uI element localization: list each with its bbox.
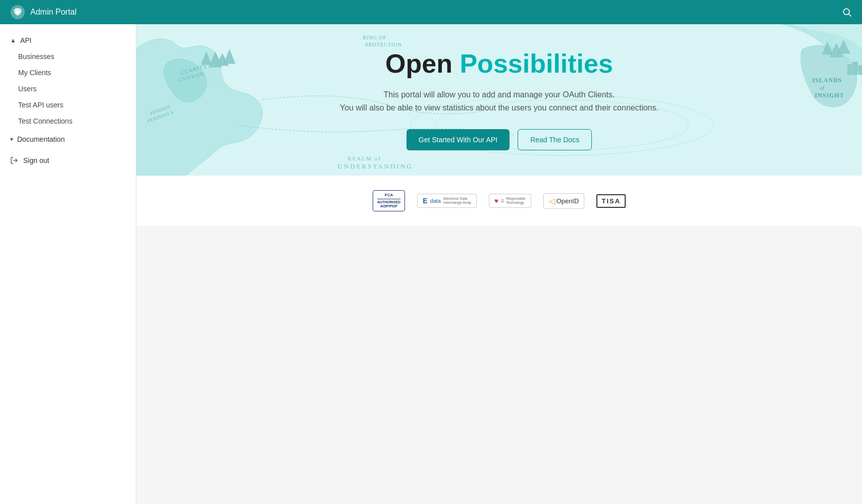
get-started-button[interactable]: Get Started With Our API	[407, 129, 510, 150]
documentation-section: ▾ Documentation	[0, 131, 136, 147]
api-items: Businesses My Clients Users Test API use…	[0, 48, 136, 129]
badge-edata: E data Electronic Data Interchange Body	[417, 191, 477, 211]
sidebar-item-businesses[interactable]: Businesses	[0, 48, 136, 65]
svg-text:ISLANDS: ISLANDS	[813, 77, 842, 84]
hero-title: Open Possibilities	[340, 49, 658, 78]
badge-openid: ◁ OpenID	[543, 191, 585, 211]
api-chevron-icon: ▲	[10, 37, 16, 44]
sidebar-item-test-api-users[interactable]: Test API users	[0, 97, 136, 113]
documentation-section-header[interactable]: ▾ Documentation	[0, 131, 136, 147]
search-icon	[842, 7, 852, 17]
sidebar-item-test-connections[interactable]: Test Connections	[0, 113, 136, 129]
hero-title-open: Open	[385, 49, 452, 78]
signout-label: Sign out	[23, 156, 49, 164]
svg-rect-23	[859, 66, 863, 75]
logo-icon	[10, 5, 25, 20]
hero-banner: CLARITY CANYON PENSION PENINSULA RING OF…	[136, 24, 862, 176]
badge-heart: ♥ ≡ Responsible Technology	[489, 191, 531, 211]
badge-tisa: TISA	[596, 191, 626, 211]
app-title: Admin Portal	[30, 8, 77, 17]
hero-subtitle: This portal will allow you to add and ma…	[340, 88, 658, 114]
top-navigation: Admin Portal	[0, 0, 862, 24]
read-docs-button[interactable]: Read The Docs	[518, 129, 592, 150]
svg-text:INSIGHT: INSIGHT	[815, 92, 844, 99]
svg-text:of: of	[820, 85, 825, 91]
badges-section: FCA AUTHORISED AISP/PISP E data Electron…	[136, 176, 862, 226]
api-section: ▲ API Businesses My Clients Users Test A…	[0, 32, 136, 129]
hero-title-possibilities: Possibilities	[460, 49, 613, 78]
sidebar-item-users[interactable]: Users	[0, 81, 136, 97]
hero-subtitle-line2: You will also be able to view statistics…	[340, 103, 658, 112]
signout-button[interactable]: Sign out	[0, 151, 136, 170]
hero-content: Open Possibilities This portal will allo…	[330, 29, 669, 171]
main-content: CLARITY CANYON PENSION PENINSULA RING OF…	[136, 24, 862, 504]
api-section-label: API	[20, 36, 32, 44]
badge-fca: FCA AUTHORISED AISP/PISP	[373, 191, 405, 211]
main-layout: ▲ API Businesses My Clients Users Test A…	[0, 24, 862, 504]
sidebar-item-my-clients[interactable]: My Clients	[0, 65, 136, 81]
documentation-section-label: Documentation	[17, 135, 65, 143]
documentation-chevron-icon: ▾	[10, 136, 13, 143]
sidebar: ▲ API Businesses My Clients Users Test A…	[0, 24, 136, 504]
svg-point-2	[843, 9, 849, 15]
topnav-left: Admin Portal	[10, 5, 77, 20]
signout-icon	[10, 156, 18, 164]
svg-line-3	[849, 14, 851, 17]
svg-rect-21	[848, 65, 852, 75]
search-button[interactable]	[842, 7, 852, 17]
hero-subtitle-line1: This portal will allow you to add and ma…	[383, 90, 615, 99]
hero-buttons: Get Started With Our API Read The Docs	[340, 129, 658, 150]
api-section-header[interactable]: ▲ API	[0, 32, 136, 48]
svg-rect-22	[853, 62, 858, 75]
svg-point-1	[16, 11, 19, 14]
